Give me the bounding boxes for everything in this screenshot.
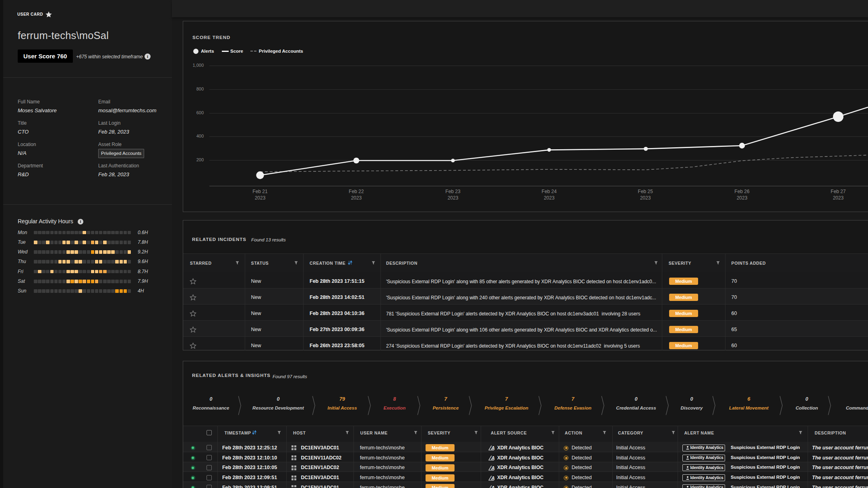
svg-text:A: A [491,465,495,471]
svg-text:A: A [491,446,495,451]
svg-text:A: A [491,456,495,461]
svg-text:A: A [491,486,495,488]
svg-text:A: A [491,476,495,481]
